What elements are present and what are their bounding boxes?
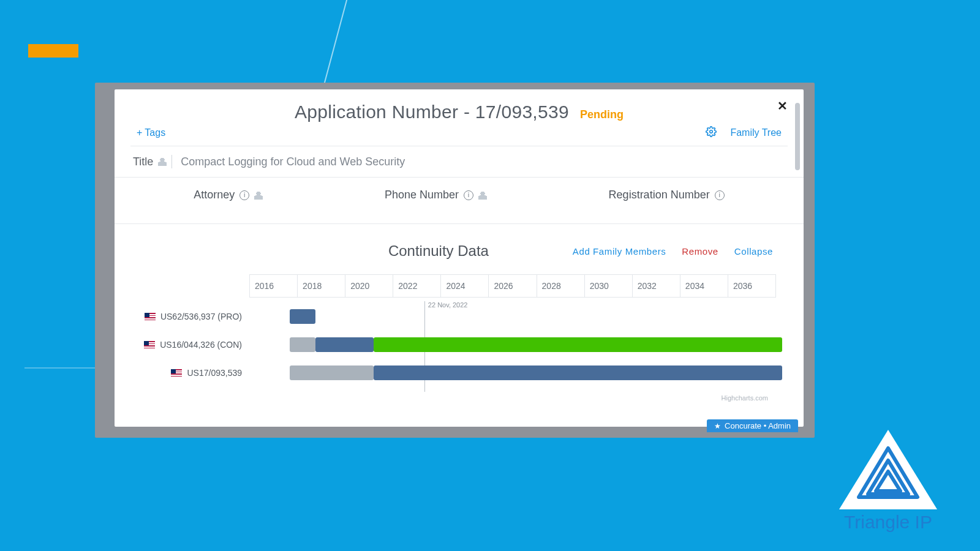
continuity-chart: 2016201820202022202420262028203020322034… bbox=[115, 268, 804, 393]
application-title: Application Number - 17/093,539 bbox=[295, 102, 569, 122]
svg-point-0 bbox=[710, 130, 713, 133]
axis-tick: 2020 bbox=[345, 275, 393, 297]
axis-tick: 2034 bbox=[680, 275, 728, 297]
section-title: Continuity Data bbox=[304, 242, 573, 260]
axis-tick: 2028 bbox=[537, 275, 585, 297]
chart-row: US17/093,539 bbox=[142, 359, 776, 387]
modal-card: ✕ Application Number - 17/093,539 Pendin… bbox=[115, 89, 804, 427]
chart-lane bbox=[249, 365, 776, 380]
status-badge: Pending bbox=[580, 108, 624, 121]
divider-vertical bbox=[172, 155, 172, 168]
today-label: 22 Nov, 2022 bbox=[428, 301, 468, 309]
plus-icon: + bbox=[137, 127, 142, 138]
accent-bar bbox=[28, 44, 78, 58]
brand-name: Triangle IP bbox=[821, 512, 956, 533]
axis-tick: 2026 bbox=[489, 275, 537, 297]
axis-tick: 2032 bbox=[633, 275, 680, 297]
chart-bar[interactable] bbox=[374, 337, 782, 352]
registration-field: Registration Number i bbox=[609, 189, 725, 201]
scrollbar[interactable] bbox=[795, 103, 800, 170]
add-family-link[interactable]: Add Family Members bbox=[573, 246, 666, 257]
continuity-header: Continuity Data Add Family Members Remov… bbox=[115, 224, 804, 268]
person-icon bbox=[254, 191, 263, 200]
axis-tick: 2018 bbox=[298, 275, 345, 297]
attorney-field: Attorney i bbox=[194, 189, 263, 201]
chart-lane bbox=[249, 309, 776, 324]
gear-icon[interactable] bbox=[706, 126, 717, 140]
chart-row: US16/044,326 (CON) bbox=[142, 331, 776, 359]
flag-us-icon bbox=[145, 313, 156, 320]
axis-tick: 2036 bbox=[728, 275, 775, 297]
family-tree-link[interactable]: Family Tree bbox=[730, 127, 782, 138]
modal-header: Application Number - 17/093,539 Pending … bbox=[115, 89, 804, 146]
phone-label: Phone Number bbox=[385, 189, 459, 201]
chart-bar[interactable] bbox=[315, 337, 374, 352]
phone-field: Phone Number i bbox=[385, 189, 487, 201]
person-icon bbox=[158, 157, 167, 166]
user-badge[interactable]: ★ Concurate • Admin bbox=[707, 419, 798, 432]
chart-bar[interactable] bbox=[290, 337, 315, 352]
info-icon[interactable]: i bbox=[715, 190, 725, 200]
chart-bar[interactable] bbox=[290, 365, 374, 380]
chart-row-label: US62/536,937 (PRO) bbox=[142, 312, 249, 321]
chart-row-label: US16/044,326 (CON) bbox=[142, 340, 249, 350]
registration-label: Registration Number bbox=[609, 189, 710, 201]
modal-frame: ✕ Application Number - 17/093,539 Pendin… bbox=[95, 83, 815, 438]
axis-tick: 2022 bbox=[393, 275, 441, 297]
title-field-row: Title Compact Logging for Cloud and Web … bbox=[115, 146, 804, 178]
collapse-link[interactable]: Collapse bbox=[734, 246, 773, 257]
chart-x-axis: 2016201820202022202420262028203020322034… bbox=[249, 274, 776, 298]
remove-link[interactable]: Remove bbox=[682, 246, 718, 257]
star-icon: ★ bbox=[714, 422, 721, 430]
chart-body: 22 Nov, 2022 US62/536,937 (PRO)US16/044,… bbox=[142, 302, 776, 387]
chart-row-label: US17/093,539 bbox=[142, 368, 249, 378]
chart-bar[interactable] bbox=[290, 309, 315, 324]
chart-lane bbox=[249, 337, 776, 352]
attorney-label: Attorney bbox=[194, 189, 235, 201]
add-tags-link[interactable]: +Tags bbox=[137, 127, 165, 138]
chart-bar[interactable] bbox=[374, 365, 782, 380]
axis-tick: 2016 bbox=[250, 275, 298, 297]
info-icon[interactable]: i bbox=[464, 190, 473, 200]
axis-tick: 2024 bbox=[441, 275, 489, 297]
info-icon[interactable]: i bbox=[239, 190, 249, 200]
flag-us-icon bbox=[144, 341, 155, 348]
flag-us-icon bbox=[171, 369, 182, 377]
user-badge-text: Concurate • Admin bbox=[725, 421, 791, 430]
person-icon bbox=[478, 191, 487, 200]
close-button[interactable]: ✕ bbox=[777, 99, 788, 113]
tags-link-label: Tags bbox=[145, 127, 165, 138]
title-field-label: Title bbox=[133, 156, 153, 168]
axis-tick: 2030 bbox=[585, 275, 633, 297]
title-field-value: Compact Logging for Cloud and Web Securi… bbox=[181, 156, 405, 168]
highcharts-credit[interactable]: Highcharts.com bbox=[115, 394, 804, 402]
meta-row: Attorney i Phone Number i Registration N… bbox=[115, 178, 804, 224]
brand-logo: Triangle IP bbox=[821, 430, 956, 533]
